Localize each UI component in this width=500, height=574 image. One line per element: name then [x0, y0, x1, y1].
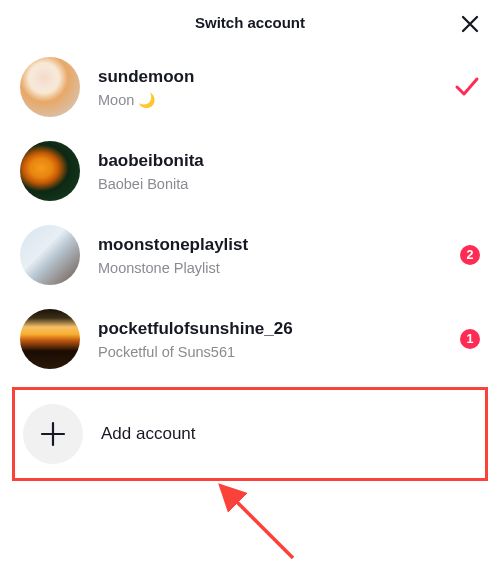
account-list: sundemoon Moon 🌙 baobeibonita Baobei Bon… [0, 41, 500, 381]
badge-count: 1 [460, 329, 480, 349]
plus-icon-circle [23, 404, 83, 464]
account-displayname: Moonstone Playlist [98, 260, 460, 276]
account-row[interactable]: baobeibonita Baobei Bonita [0, 129, 500, 213]
highlight-annotation: Add account [12, 387, 488, 481]
account-row[interactable]: moonstoneplaylist Moonstone Playlist 2 [0, 213, 500, 297]
plus-icon [39, 420, 67, 448]
switch-account-modal: Switch account sundemoon Moon 🌙 [0, 0, 500, 481]
notification-badge: 2 [460, 245, 480, 265]
close-icon [461, 15, 479, 33]
account-info: sundemoon Moon 🌙 [98, 67, 454, 108]
avatar [20, 57, 80, 117]
account-username: sundemoon [98, 67, 454, 87]
modal-header: Switch account [0, 0, 500, 41]
badge-count: 2 [460, 245, 480, 265]
account-info: pocketfulofsunshine_26 Pocketful of Suns… [98, 319, 460, 360]
notification-badge: 1 [460, 329, 480, 349]
avatar [20, 225, 80, 285]
svg-line-0 [233, 498, 293, 558]
avatar [20, 141, 80, 201]
account-displayname: Moon 🌙 [98, 92, 454, 108]
selected-indicator [454, 74, 480, 100]
checkmark-icon [454, 74, 480, 100]
account-row[interactable]: pocketfulofsunshine_26 Pocketful of Suns… [0, 297, 500, 381]
account-info: moonstoneplaylist Moonstone Playlist [98, 235, 460, 276]
avatar [20, 309, 80, 369]
account-row[interactable]: sundemoon Moon 🌙 [0, 45, 500, 129]
account-username: baobeibonita [98, 151, 480, 171]
close-button[interactable] [458, 12, 482, 36]
account-username: moonstoneplaylist [98, 235, 460, 255]
account-info: baobeibonita Baobei Bonita [98, 151, 480, 192]
add-account-button[interactable]: Add account [15, 392, 485, 476]
modal-title: Switch account [195, 14, 305, 31]
account-displayname: Baobei Bonita [98, 176, 480, 192]
arrow-annotation-icon [215, 480, 305, 570]
account-username: pocketfulofsunshine_26 [98, 319, 460, 339]
moon-emoji-icon: 🌙 [138, 92, 155, 108]
add-account-label: Add account [101, 424, 196, 444]
account-displayname: Pocketful of Suns561 [98, 344, 460, 360]
